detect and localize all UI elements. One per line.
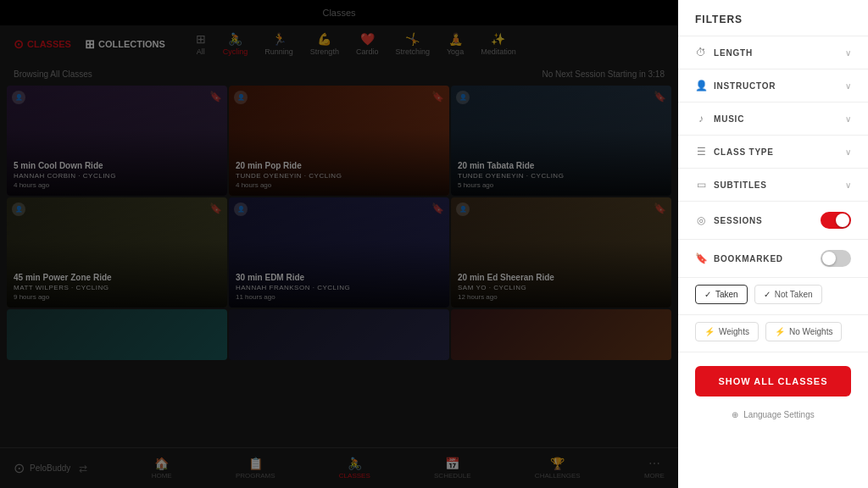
nav-brand: ⊙ CLASSES ⊞ COLLECTIONS bbox=[14, 37, 165, 51]
bookmarked-toggle-knob bbox=[822, 252, 836, 265]
card-badge-3: 👤 bbox=[456, 91, 470, 104]
bottom-nav: ⊙ PeloBuddy ⇄ 🏠 HOME 📋 PROGRAMS 🚴 CLASSE… bbox=[0, 447, 678, 488]
class-card-5[interactable]: 👤 🔖 30 min EDM Ride HANNAH FRANKSON · CY… bbox=[229, 197, 449, 308]
instructor-icon: 👤 bbox=[695, 80, 707, 92]
bottom-nav-more[interactable]: ⋯ MORE bbox=[644, 457, 665, 480]
check-icon-2: ✓ bbox=[764, 290, 771, 299]
card-badge-1: 👤 bbox=[12, 91, 25, 104]
bottom-nav-home[interactable]: 🏠 HOME bbox=[152, 457, 172, 480]
card-bookmark-2[interactable]: 🔖 bbox=[431, 91, 444, 103]
filter-subtitles-row[interactable]: ▭ SUBTITLES ∨ bbox=[695, 169, 851, 201]
nav-classes[interactable]: ⊙ CLASSES bbox=[14, 37, 71, 51]
filter-subtitles-section: ▭ SUBTITLES ∨ bbox=[678, 169, 868, 202]
nav-tab-yoga[interactable]: 🧘 Yoga bbox=[447, 32, 464, 56]
filter-instructor-section: 👤 INSTRUCTOR ∨ bbox=[678, 69, 868, 103]
class-card-2[interactable]: 👤 🔖 20 min Pop Ride TUNDE OYENEYIN · CYC… bbox=[229, 86, 449, 196]
filters-title: FILTERS bbox=[678, 0, 868, 36]
filter-bookmarked-section: 🔖 BOOKMARKED bbox=[678, 240, 868, 278]
nav-collections[interactable]: ⊞ COLLECTIONS bbox=[85, 37, 165, 51]
card-badge-2: 👤 bbox=[234, 91, 248, 104]
classtype-chevron-icon: ∨ bbox=[845, 147, 851, 157]
filters-panel: FILTERS ⏱ LENGTH ∨ 👤 INSTRUCTOR ∨ ♪ MUSI… bbox=[678, 0, 868, 488]
filter-sessions-row: ◎ SESSIONS bbox=[695, 202, 851, 239]
top-bar-title: Classes bbox=[322, 8, 355, 18]
card-bookmark-3[interactable]: 🔖 bbox=[654, 91, 666, 103]
card-badge-5: 👤 bbox=[234, 202, 248, 216]
class-card-1[interactable]: 👤 🔖 5 min Cool Down Ride HANNAH CORBIN ·… bbox=[7, 86, 227, 196]
card-badge-4: 👤 bbox=[12, 202, 25, 216]
filter-instructor-row[interactable]: 👤 INSTRUCTOR ∨ bbox=[695, 69, 851, 102]
instructor-chevron-icon: ∨ bbox=[845, 81, 851, 91]
nav-bar: ⊙ CLASSES ⊞ COLLECTIONS ⊞ All 🚴 Cycling … bbox=[0, 25, 678, 63]
card-badge-6: 👤 bbox=[456, 202, 470, 216]
filter-chip-weights[interactable]: ⚡ Weights bbox=[695, 322, 759, 341]
nav-tab-cardio[interactable]: ❤️ Cardio bbox=[356, 32, 379, 56]
sessions-icon: ◎ bbox=[695, 214, 707, 226]
partial-grid bbox=[0, 308, 678, 360]
partial-card-2[interactable] bbox=[229, 309, 449, 360]
card-bookmark-6[interactable]: 🔖 bbox=[654, 202, 666, 214]
card-bookmark-1[interactable]: 🔖 bbox=[209, 91, 222, 103]
class-card-4[interactable]: 👤 🔖 45 min Power Zone Ride MATT WILPERS … bbox=[7, 197, 227, 308]
no-weights-icon: ⚡ bbox=[775, 327, 785, 336]
filter-chip-not-taken[interactable]: ✓ Not Taken bbox=[754, 285, 822, 304]
music-icon: ♪ bbox=[695, 113, 707, 125]
nav-tab-strength[interactable]: 💪 Strength bbox=[310, 32, 339, 56]
sessions-toggle[interactable] bbox=[821, 212, 851, 229]
filter-chip-taken[interactable]: ✓ Taken bbox=[695, 285, 748, 304]
card-bookmark-4[interactable]: 🔖 bbox=[209, 202, 222, 214]
show-all-classes-button[interactable]: SHOW ALL CLASSES bbox=[695, 366, 851, 396]
top-bar: Classes bbox=[0, 0, 678, 25]
filter-chip-no-weights[interactable]: ⚡ No Weights bbox=[765, 322, 843, 341]
bottom-nav-brand: ⊙ PeloBuddy ⇄ bbox=[14, 460, 87, 476]
card-bookmark-5[interactable]: 🔖 bbox=[431, 202, 444, 214]
bottom-nav-programs[interactable]: 📋 PROGRAMS bbox=[236, 457, 275, 480]
filter-music-row[interactable]: ♪ MUSIC ∨ bbox=[695, 103, 851, 135]
language-settings[interactable]: ⊕ Language Settings bbox=[678, 403, 868, 426]
bottom-nav-classes[interactable]: 🚴 CLASSES bbox=[339, 457, 370, 480]
bookmarked-toggle[interactable] bbox=[821, 250, 851, 267]
class-grid: 👤 🔖 5 min Cool Down Ride HANNAH CORBIN ·… bbox=[0, 86, 678, 308]
classtype-icon: ☰ bbox=[695, 146, 707, 158]
filter-length-section: ⏱ LENGTH ∨ bbox=[678, 36, 868, 69]
class-card-3[interactable]: 👤 🔖 20 min Tabata Ride TUNDE OYENEYIN · … bbox=[451, 86, 671, 196]
nav-tab-cycling[interactable]: 🚴 Cycling bbox=[223, 32, 248, 56]
main-content: Classes ⊙ CLASSES ⊞ COLLECTIONS ⊞ All 🚴 … bbox=[0, 0, 678, 488]
nav-tabs: ⊞ All 🚴 Cycling 🏃 Running 💪 Strength ❤️ … bbox=[196, 32, 516, 56]
music-chevron-icon: ∨ bbox=[845, 114, 851, 124]
nav-tab-stretching[interactable]: 🤸 Stretching bbox=[395, 32, 430, 56]
filter-classtype-row[interactable]: ☰ CLASS TYPE ∨ bbox=[695, 136, 851, 168]
subtitles-chevron-icon: ∨ bbox=[845, 180, 851, 190]
bottom-nav-challenges[interactable]: 🏆 CHALLENGES bbox=[535, 457, 581, 480]
subtitles-icon: ▭ bbox=[695, 179, 707, 191]
filter-taken-section: ✓ Taken ✓ Not Taken bbox=[678, 278, 868, 315]
language-settings-icon: ⊕ bbox=[732, 410, 738, 419]
class-card-6[interactable]: 👤 🔖 20 min Ed Sheeran Ride SAM YO · CYCL… bbox=[451, 197, 671, 308]
filter-sessions-section: ◎ SESSIONS bbox=[678, 202, 868, 240]
bookmarked-icon: 🔖 bbox=[695, 252, 707, 264]
length-chevron-icon: ∨ bbox=[845, 48, 851, 58]
length-icon: ⏱ bbox=[695, 47, 707, 58]
bottom-nav-schedule[interactable]: 📅 SCHEDULE bbox=[434, 457, 471, 480]
partial-card-1[interactable] bbox=[7, 309, 227, 360]
weights-icon: ⚡ bbox=[704, 327, 715, 336]
nav-tab-all[interactable]: ⊞ All bbox=[196, 32, 206, 56]
filter-classtype-section: ☰ CLASS TYPE ∨ bbox=[678, 136, 868, 169]
sessions-toggle-knob bbox=[836, 214, 849, 227]
filter-weights-section: ⚡ Weights ⚡ No Weights bbox=[678, 315, 868, 352]
nav-tab-running[interactable]: 🏃 Running bbox=[264, 32, 293, 56]
filter-music-section: ♪ MUSIC ∨ bbox=[678, 103, 868, 136]
nav-tab-meditation[interactable]: ✨ Meditation bbox=[481, 32, 516, 56]
partial-card-3[interactable] bbox=[451, 309, 671, 360]
filter-length-row[interactable]: ⏱ LENGTH ∨ bbox=[695, 36, 851, 69]
browse-header: Browsing All Classes No Next Session Sta… bbox=[0, 63, 678, 86]
check-icon: ✓ bbox=[704, 290, 711, 299]
filter-bookmarked-row: 🔖 BOOKMARKED bbox=[695, 240, 851, 277]
